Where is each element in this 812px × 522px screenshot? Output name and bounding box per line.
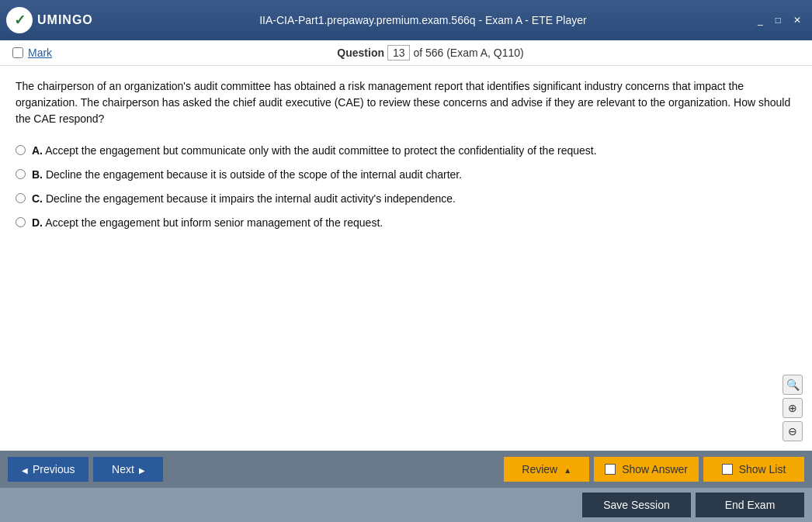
- review-button[interactable]: Review: [504, 457, 589, 482]
- option-d: D. Accept the engagement but inform seni…: [16, 215, 796, 231]
- option-d-label: D. Accept the engagement but inform seni…: [32, 215, 383, 231]
- question-total: of 566 (Exam A, Q110): [413, 47, 523, 59]
- next-button[interactable]: Next: [93, 457, 163, 482]
- end-exam-button[interactable]: End Exam: [696, 493, 804, 517]
- option-a: A. Accept the engagement but communicate…: [16, 143, 796, 159]
- question-text: The chairperson of an organization's aud…: [16, 78, 796, 127]
- bottom-toolbar: Previous Next Review Show Answer Show Li…: [0, 451, 812, 488]
- end-exam-label: End Exam: [725, 499, 776, 511]
- logo-icon: ✓: [6, 7, 33, 33]
- zoom-out-button[interactable]: ⊖: [783, 421, 803, 441]
- logo-area: ✓ UMINGO: [6, 7, 93, 33]
- minimize-button[interactable]: _: [753, 13, 768, 27]
- review-label: Review: [522, 463, 557, 475]
- main-area: Mark Question 13 of 566 (Exam A, Q110) T…: [0, 40, 812, 522]
- show-list-checkbox-icon: [722, 464, 733, 475]
- title-bar: ✓ UMINGO IIA-CIA-Part1.prepaway.premium.…: [0, 0, 812, 40]
- show-answer-button[interactable]: Show Answer: [594, 457, 699, 482]
- question-number-box: 13: [387, 45, 411, 60]
- question-info: Question 13 of 566 (Exam A, Q110): [61, 47, 800, 59]
- next-label: Next: [112, 463, 134, 475]
- radio-c[interactable]: [16, 193, 26, 203]
- previous-icon: [22, 463, 28, 475]
- mark-checkbox[interactable]: [12, 47, 23, 58]
- next-icon: [139, 463, 145, 475]
- show-answer-checkbox-icon: [605, 464, 616, 475]
- radio-b[interactable]: [16, 169, 26, 179]
- save-session-label: Save Session: [603, 499, 670, 511]
- radio-a[interactable]: [16, 145, 26, 155]
- show-list-button[interactable]: Show List: [703, 457, 804, 482]
- option-c-label: C. Decline the engagement because it imp…: [32, 191, 456, 207]
- show-list-label: Show List: [739, 463, 786, 475]
- radio-d[interactable]: [16, 217, 26, 227]
- options-list: A. Accept the engagement but communicate…: [16, 143, 796, 231]
- maximize-button[interactable]: □: [771, 13, 786, 27]
- bottom-action-bar: Save Session End Exam: [0, 488, 812, 522]
- zoom-in-button[interactable]: ⊕: [783, 398, 803, 418]
- question-header: Mark Question 13 of 566 (Exam A, Q110): [0, 40, 812, 66]
- question-content: The chairperson of an organization's aud…: [0, 66, 812, 451]
- close-button[interactable]: ✕: [789, 13, 806, 27]
- option-b-label: B. Decline the engagement because it is …: [32, 167, 462, 183]
- window-title: IIA-CIA-Part1.prepaway.premium.exam.566q…: [259, 14, 586, 26]
- option-b: B. Decline the engagement because it is …: [16, 167, 796, 183]
- save-session-button[interactable]: Save Session: [582, 493, 691, 517]
- show-answer-label: Show Answer: [622, 463, 688, 475]
- zoom-controls: 🔍 ⊕ ⊖: [783, 375, 803, 441]
- previous-button[interactable]: Previous: [8, 457, 88, 482]
- window-controls: _ □ ✕: [753, 13, 806, 27]
- option-a-label: A. Accept the engagement but communicate…: [32, 143, 597, 159]
- review-dropdown-icon: [564, 463, 571, 475]
- mark-area: Mark: [12, 47, 52, 59]
- question-label: Question: [337, 47, 384, 59]
- previous-label: Previous: [33, 463, 75, 475]
- option-c: C. Decline the engagement because it imp…: [16, 191, 796, 207]
- mark-link[interactable]: Mark: [28, 47, 52, 59]
- logo-text: UMINGO: [37, 13, 93, 27]
- logo-check: ✓: [14, 12, 26, 29]
- search-zoom-button[interactable]: 🔍: [783, 375, 803, 395]
